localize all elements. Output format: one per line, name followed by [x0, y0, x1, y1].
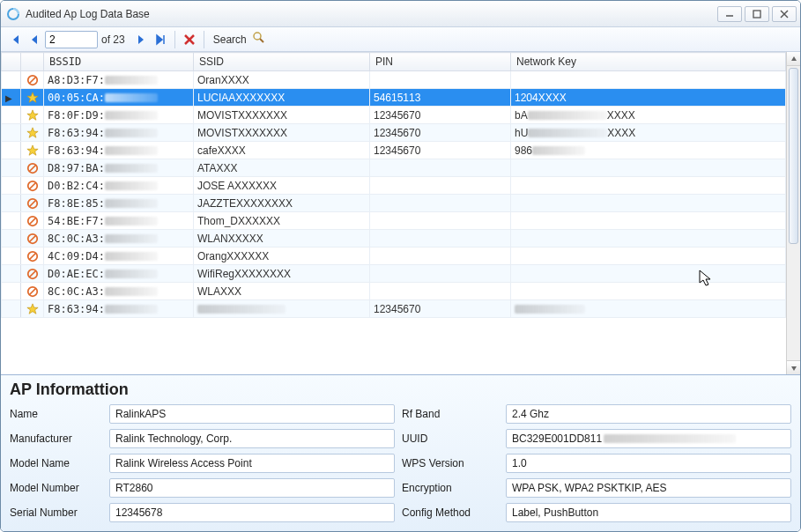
cell-ssid[interactable] [194, 300, 370, 318]
table-row[interactable]: 8C:0C:A3:WLANXXXXX [2, 230, 786, 248]
nav-next-button[interactable] [132, 31, 150, 48]
delete-button[interactable] [181, 31, 198, 48]
cell-bssid[interactable]: D0:AE:EC: [44, 265, 194, 283]
info-heading: AP Informattion [10, 381, 791, 399]
cell-ssid[interactable]: cafeXXXX [194, 142, 370, 159]
table-row[interactable]: D0:B2:C4:JOSE AXXXXXX [2, 177, 786, 195]
cell-pin[interactable] [370, 265, 511, 283]
cell-key[interactable] [511, 300, 786, 318]
cell-ssid[interactable]: ATAXXX [194, 159, 370, 177]
cell-ssid[interactable]: MOVISTXXXXXXX [194, 107, 370, 124]
cell-bssid[interactable]: D8:97:BA: [44, 159, 194, 177]
table-row[interactable]: F8:63:94:MOVISTXXXXXXX12345670hUXXXX [2, 124, 786, 142]
cell-key[interactable] [511, 212, 786, 230]
blocked-icon [21, 159, 44, 177]
cell-ssid[interactable]: WLANXXXXX [194, 230, 370, 248]
cell-ssid[interactable]: OranXXXX [194, 71, 370, 89]
cell-ssid[interactable]: LUCIAAXXXXXXX [194, 89, 370, 107]
cell-bssid[interactable]: A8:D3:F7: [44, 71, 194, 89]
cell-pin[interactable]: 12345670 [370, 300, 511, 318]
table-row[interactable]: F8:0F:D9:MOVISTXXXXXXX12345670bAXXXX [2, 107, 786, 124]
cell-ssid[interactable]: JAZZTEXXXXXXXX [194, 195, 370, 212]
cell-pin[interactable]: 54615113 [370, 89, 511, 107]
svg-rect-2 [753, 11, 760, 18]
cell-key[interactable]: hUXXXX [511, 124, 786, 142]
cell-key[interactable] [511, 195, 786, 212]
minimize-button[interactable] [717, 6, 742, 22]
table-row[interactable]: ▶00:05:CA:LUCIAAXXXXXXX546151131204XXXX [2, 89, 786, 107]
cell-key[interactable] [511, 283, 786, 300]
col-marker[interactable] [2, 53, 21, 71]
cell-pin[interactable] [370, 283, 511, 300]
cell-ssid[interactable]: OrangXXXXXX [194, 248, 370, 265]
col-bssid[interactable]: BSSID [44, 53, 194, 71]
col-key[interactable]: Network Key [511, 53, 786, 71]
scroll-up-button[interactable] [787, 52, 800, 66]
nav-last-button[interactable] [152, 31, 169, 48]
table-row[interactable]: F8:63:94:cafeXXXX12345670986 [2, 142, 786, 159]
cell-bssid[interactable]: F8:63:94: [44, 124, 194, 142]
cell-bssid[interactable]: 00:05:CA: [44, 89, 194, 107]
col-pin[interactable]: PIN [370, 53, 511, 71]
cell-key[interactable]: 1204XXXX [511, 89, 786, 107]
cell-bssid[interactable]: 54:BE:F7: [44, 212, 194, 230]
nav-first-button[interactable] [6, 31, 24, 48]
cell-bssid[interactable]: F8:63:94: [44, 142, 194, 159]
table-row[interactable]: 4C:09:D4:OrangXXXXXX [2, 248, 786, 265]
cell-ssid[interactable]: MOVISTXXXXXXX [194, 124, 370, 142]
info-label: Config Method [402, 506, 499, 519]
cell-pin[interactable]: 12345670 [370, 107, 511, 124]
cell-pin[interactable] [370, 230, 511, 248]
info-label: Manufacturer [10, 432, 102, 445]
cell-bssid[interactable]: 8C:0C:A3: [44, 230, 194, 248]
svg-line-14 [29, 182, 35, 188]
table-row[interactable]: D8:97:BA:ATAXXX [2, 159, 786, 177]
cell-key[interactable] [511, 159, 786, 177]
cell-ssid[interactable]: WLAXXX [194, 283, 370, 300]
close-button[interactable] [772, 6, 797, 22]
cell-bssid[interactable]: F8:0F:D9: [44, 107, 194, 124]
row-pointer [2, 71, 21, 89]
cell-key[interactable] [511, 265, 786, 283]
ap-grid[interactable]: BSSID SSID PIN Network Key A8:D3:F7:Oran… [1, 52, 786, 318]
table-row[interactable]: F8:63:94:12345670 [2, 300, 786, 318]
cell-key[interactable]: bAXXXX [511, 107, 786, 124]
cell-pin[interactable] [370, 71, 511, 89]
cell-key[interactable] [511, 177, 786, 195]
cell-ssid[interactable]: WifiRegXXXXXXXX [194, 265, 370, 283]
scroll-down-button[interactable] [787, 360, 800, 374]
page-input[interactable] [45, 31, 98, 48]
col-icon[interactable] [21, 53, 44, 71]
table-row[interactable]: 54:BE:F7:Thom_DXXXXXX [2, 212, 786, 230]
cell-pin[interactable] [370, 159, 511, 177]
cell-pin[interactable]: 12345670 [370, 124, 511, 142]
cell-bssid[interactable]: D0:B2:C4: [44, 177, 194, 195]
info-value: Ralink Technology, Corp. [109, 429, 395, 448]
cell-key[interactable] [511, 71, 786, 89]
cell-key[interactable]: 986 [511, 142, 786, 159]
cell-ssid[interactable]: Thom_DXXXXXX [194, 212, 370, 230]
cell-pin[interactable] [370, 212, 511, 230]
table-row[interactable]: A8:D3:F7:OranXXXX [2, 71, 786, 89]
cell-bssid[interactable]: F8:63:94: [44, 300, 194, 318]
maximize-button[interactable] [745, 6, 769, 22]
cell-bssid[interactable]: 4C:09:D4: [44, 248, 194, 265]
search-icon[interactable] [252, 31, 266, 48]
cell-bssid[interactable]: 8C:0C:A3: [44, 283, 194, 300]
table-row[interactable]: 8C:0C:A3:WLAXXX [2, 283, 786, 300]
cell-ssid[interactable]: JOSE AXXXXXX [194, 177, 370, 195]
col-ssid[interactable]: SSID [194, 53, 370, 71]
cell-pin[interactable] [370, 248, 511, 265]
scroll-thumb[interactable] [789, 68, 798, 244]
nav-prev-button[interactable] [26, 31, 43, 48]
info-label: Rf Band [402, 408, 499, 420]
cell-pin[interactable] [370, 195, 511, 212]
table-row[interactable]: F8:8E:85:JAZZTEXXXXXXXX [2, 195, 786, 212]
cell-bssid[interactable]: F8:8E:85: [44, 195, 194, 212]
cell-pin[interactable]: 12345670 [370, 142, 511, 159]
vertical-scrollbar[interactable] [786, 52, 800, 374]
table-row[interactable]: D0:AE:EC:WifiRegXXXXXXXX [2, 265, 786, 283]
cell-pin[interactable] [370, 177, 511, 195]
cell-key[interactable] [511, 248, 786, 265]
cell-key[interactable] [511, 230, 786, 248]
